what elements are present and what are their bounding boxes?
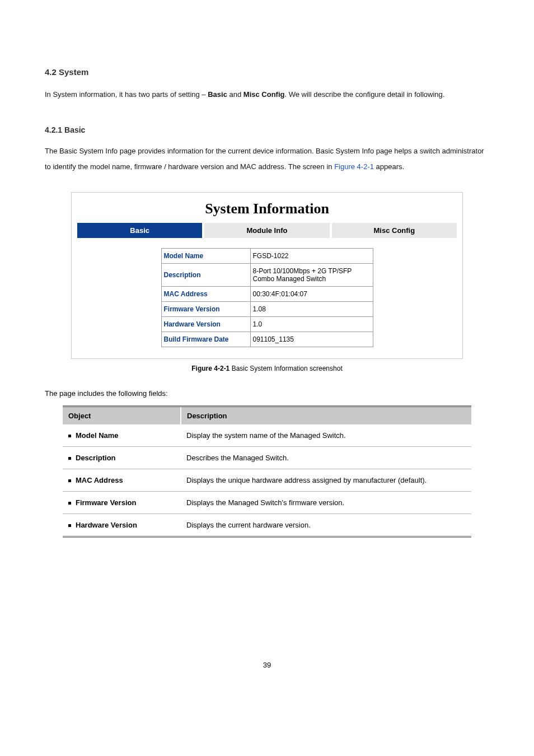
row-description: Description 8-Port 10/100Mbps + 2G TP/SF… xyxy=(161,263,373,286)
row-model-name: Model Name FGSD-1022 xyxy=(161,248,373,263)
label-model-name: Model Name xyxy=(161,248,250,263)
field-row-firmware-version: Firmware Version Displays the Managed Sw… xyxy=(63,491,471,514)
field-row-hardware-version: Hardware Version Displays the current ha… xyxy=(63,514,471,536)
fields-table: Object Description Model Name Display th… xyxy=(63,405,471,538)
tab-module-info[interactable]: Module Info xyxy=(204,223,331,238)
fields-header-row: Object Description xyxy=(63,406,471,424)
bullet-icon xyxy=(68,479,71,482)
subsection-body: The Basic System Info page provides info… xyxy=(45,143,489,175)
field-label-cell: Description xyxy=(63,446,181,469)
field-label-model-name: Model Name xyxy=(76,431,119,440)
value-description: 8-Port 10/100Mbps + 2G TP/SFP Combo Mana… xyxy=(250,263,373,286)
intro-text-e: . We will describe the configure detail … xyxy=(284,90,444,99)
label-build-date: Build Firmware Date xyxy=(161,332,250,347)
value-build-date: 091105_1135 xyxy=(250,332,373,347)
field-desc-description: Describes the Managed Switch. xyxy=(181,446,471,469)
field-desc-model-name: Display the system name of the Managed S… xyxy=(181,424,471,447)
section-intro: In System information, it has two parts … xyxy=(45,87,489,103)
bullet-icon xyxy=(68,524,71,527)
header-description: Description xyxy=(181,406,471,424)
value-hardware-version: 1.0 xyxy=(250,316,373,332)
row-mac-address: MAC Address 00:30:4F:01:04:07 xyxy=(161,286,373,301)
header-object: Object xyxy=(63,406,181,424)
tab-basic[interactable]: Basic xyxy=(77,223,204,238)
field-row-mac-address: MAC Address Displays the unique hardware… xyxy=(63,469,471,491)
row-hardware-version: Hardware Version 1.0 xyxy=(161,316,373,332)
label-description: Description xyxy=(161,263,250,286)
tab-row: Basic Module Info Misc Config xyxy=(77,223,457,238)
label-hardware-version: Hardware Version xyxy=(161,316,250,332)
bullet-icon xyxy=(68,502,71,505)
field-row-model-name: Model Name Display the system name of th… xyxy=(63,424,471,447)
page-number: 39 xyxy=(45,661,489,669)
intro-bold-misc: Misc Config xyxy=(243,90,285,99)
field-label-mac-address: MAC Address xyxy=(76,476,123,484)
field-desc-firmware-version: Displays the Managed Switch's firmware v… xyxy=(181,491,471,514)
intro-bold-basic: Basic xyxy=(208,90,227,99)
system-info-panel: System Information Basic Module Info Mis… xyxy=(71,192,463,359)
fields-intro: The page includes the following fields: xyxy=(45,389,489,398)
tab-misc-config[interactable]: Misc Config xyxy=(332,223,457,238)
field-label-cell: MAC Address xyxy=(63,469,181,491)
panel-title: System Information xyxy=(77,200,457,217)
bullet-icon xyxy=(68,457,71,460)
page-container: 4.2 System In System information, it has… xyxy=(0,0,534,703)
intro-text-a: In System information, it has two parts … xyxy=(45,90,208,99)
caption-prefix: Figure 4-2-1 xyxy=(191,365,229,372)
figure-caption: Figure 4-2-1 Basic System Information sc… xyxy=(45,365,489,372)
field-label-firmware-version: Firmware Version xyxy=(76,498,136,507)
label-firmware-version: Firmware Version xyxy=(161,301,250,316)
value-model-name: FGSD-1022 xyxy=(250,248,373,263)
field-desc-mac-address: Displays the unique hardware address ass… xyxy=(181,469,471,491)
field-label-hardware-version: Hardware Version xyxy=(76,521,137,529)
row-build-date: Build Firmware Date 091105_1135 xyxy=(161,332,373,347)
system-info-table: Model Name FGSD-1022 Description 8-Port … xyxy=(161,248,373,347)
bullet-icon xyxy=(68,435,71,437)
label-mac-address: MAC Address xyxy=(161,286,250,301)
field-label-description: Description xyxy=(76,454,116,462)
field-label-cell: Model Name xyxy=(63,424,181,447)
field-row-description: Description Describes the Managed Switch… xyxy=(63,446,471,469)
field-label-cell: Firmware Version xyxy=(63,491,181,514)
subsection-heading: 4.2.1 Basic xyxy=(45,125,489,134)
value-mac-address: 00:30:4F:01:04:07 xyxy=(250,286,373,301)
intro-text-c: and xyxy=(227,90,243,99)
field-label-cell: Hardware Version xyxy=(63,514,181,536)
caption-text: Basic System Information screenshot xyxy=(229,365,342,372)
value-firmware-version: 1.08 xyxy=(250,301,373,316)
field-desc-hardware-version: Displays the current hardware version. xyxy=(181,514,471,536)
subsection-text-b: appears. xyxy=(374,162,404,171)
subsection-text-a: The Basic System Info page provides info… xyxy=(45,147,484,171)
row-firmware-version: Firmware Version 1.08 xyxy=(161,301,373,316)
section-heading: 4.2 System xyxy=(45,67,489,77)
figure-link[interactable]: Figure 4-2-1 xyxy=(334,162,374,171)
